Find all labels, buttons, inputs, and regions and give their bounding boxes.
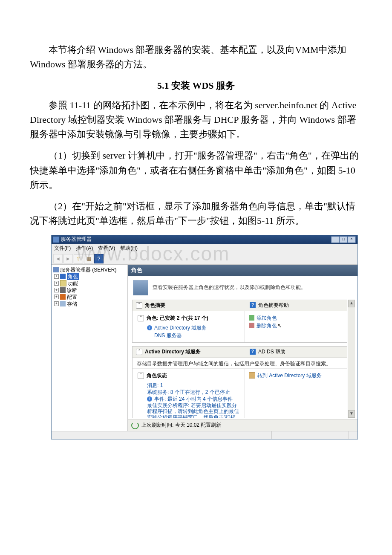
roles-large-icon <box>133 280 148 295</box>
bpa-link[interactable]: 最佳实践分析程序: 若要启动最佳实践分析程序扫描，请转到此角色主页上的最佳实践分… <box>147 402 239 418</box>
step-1-paragraph: （1）切换到 server 计算机中，打开"服务器管理器"，右击"角色"，在弹出… <box>30 148 362 192</box>
tree-item-roles[interactable]: + 角色 <box>54 273 126 280</box>
menu-bar: 文件(F) 操作(A) 查看(V) 帮助(H) <box>52 244 357 253</box>
last-refresh-label[interactable]: 上次刷新时间: 今天 10:02 配置刷新 <box>141 422 221 429</box>
tree-item-diagnostics[interactable]: + 诊断 <box>54 287 126 294</box>
goto-adds-link[interactable]: 转到 Active Directory 域服务 <box>257 372 322 379</box>
services-link[interactable]: 系统服务: 8 个正在运行，2 个已停止 <box>147 389 230 395</box>
tree-root[interactable]: 服务器管理器 (SERVER) <box>53 266 126 273</box>
collapse-icon[interactable]: ˄ <box>136 302 142 309</box>
expand-icon[interactable]: + <box>54 301 59 306</box>
expand-icon[interactable]: + <box>54 274 59 279</box>
expand-icon[interactable]: + <box>54 288 59 292</box>
close-button[interactable]: × <box>347 236 356 243</box>
collapse-icon[interactable]: ˄ <box>138 373 144 379</box>
maximize-button[interactable]: □ <box>339 236 348 243</box>
role-dns-link[interactable]: DNS 服务器 <box>154 332 182 339</box>
collapse-icon[interactable]: ˄ <box>138 315 144 321</box>
events-link[interactable]: 事件: 最近 24 小时内 4 个信息事件 <box>154 396 233 402</box>
figure-5-10: www.bdocx.com 服务器管理器 _ □ × 文件(F) 操作(A) 查… <box>30 235 362 439</box>
adds-panel: ˄ Active Directory 域服务 ? AD DS 帮助 存储目录数据… <box>132 346 347 418</box>
intro-paragraph: 本节将介绍 Windows 部署服务器的安装、基本配置，以及向VMM中添加 Wi… <box>30 43 362 72</box>
help-icon: ? <box>250 302 256 308</box>
goto-icon <box>249 372 255 379</box>
section-heading: 5.1 安装 WDS 服务 <box>30 79 362 92</box>
info-icon: i <box>147 325 152 330</box>
properties-button[interactable]: ▦ <box>84 254 93 263</box>
reference-paragraph: 参照 11-11 的网络拓扑图，在本示例中，将在名为 server.heinfo… <box>30 98 362 142</box>
roles-summary-title: 角色摘要 <box>145 302 165 309</box>
storage-icon <box>60 301 66 306</box>
adds-help-link[interactable]: AD DS 帮助 <box>258 348 285 356</box>
nav-back-button[interactable]: ◄ <box>53 254 63 263</box>
diagnostics-icon <box>60 287 66 293</box>
features-icon <box>60 280 66 286</box>
roles-summary-panel: ˄ 角色摘要 ? 角色摘要帮助 <box>132 300 347 343</box>
remove-role-link[interactable]: 删除角色 <box>257 322 277 329</box>
server-manager-window: www.bdocx.com 服务器管理器 _ □ × 文件(F) 操作(A) 查… <box>51 235 358 439</box>
menu-view[interactable]: 查看(V) <box>98 245 115 252</box>
role-status-title: 角色状态 <box>147 372 167 379</box>
help-button[interactable]: ? <box>94 254 104 263</box>
minimize-button[interactable]: _ <box>331 236 340 243</box>
messages-link[interactable]: 消息: 1 <box>147 382 163 388</box>
menu-action[interactable]: 操作(A) <box>76 245 93 252</box>
toolbar: ◄ ► ⇧ ▦ ? <box>52 253 357 265</box>
tree-item-storage[interactable]: + 存储 <box>54 301 126 307</box>
up-folder-button[interactable]: ⇧ <box>74 254 83 263</box>
status-bar: 上次刷新时间: 今天 10:02 配置刷新 <box>128 419 357 431</box>
content-pane: 角色 查看安装在服务器上角色的运行状况，以及添加或删除角色和功能。 ▲ ▼ <box>128 265 357 431</box>
scroll-up-icon[interactable]: ▲ <box>348 300 355 307</box>
roles-summary-help-link[interactable]: 角色摘要帮助 <box>258 302 289 309</box>
collapse-icon[interactable]: ˄ <box>136 349 142 355</box>
adds-description: 存储目录数据并管理用户与域之间的通信，包括用户登录处理、身份验证和目录搜索。 <box>133 358 347 368</box>
help-icon: ? <box>250 349 256 355</box>
content-header: 角色 <box>128 265 357 276</box>
role-adds-link[interactable]: Active Directory 域服务 <box>154 324 207 331</box>
vertical-scrollbar[interactable]: ▲ ▼ <box>348 300 355 418</box>
cursor-icon: ↖ <box>277 323 282 329</box>
step-2-paragraph: （2）在"开始之前"对话框，显示了添加服务器角色向导信息，单击"默认情况下将跳过… <box>30 199 362 228</box>
scroll-down-icon[interactable]: ▼ <box>348 410 355 418</box>
expand-icon[interactable]: + <box>54 295 59 299</box>
adds-title: Active Directory 域服务 <box>145 348 201 356</box>
configuration-icon <box>60 294 66 300</box>
app-icon <box>53 237 59 243</box>
menu-file[interactable]: 文件(F) <box>54 245 71 252</box>
server-icon <box>53 267 59 272</box>
content-subtitle: 查看安装在服务器上角色的运行状况，以及添加或删除角色和功能。 <box>153 284 306 291</box>
refresh-icon <box>131 422 139 429</box>
navigation-tree[interactable]: 服务器管理器 (SERVER) + 角色 + 功能 + <box>52 265 128 431</box>
installed-roles-label: 角色: 已安装 2 个(共 17 个) <box>147 315 208 322</box>
nav-forward-button[interactable]: ► <box>63 254 73 263</box>
expand-icon[interactable]: + <box>54 281 59 286</box>
window-titlebar: 服务器管理器 _ □ × <box>52 235 357 244</box>
tree-item-features[interactable]: + 功能 <box>54 280 126 287</box>
window-title: 服务器管理器 <box>61 236 92 243</box>
menu-help[interactable]: 帮助(H) <box>120 245 138 252</box>
add-role-link[interactable]: 添加角色 <box>257 315 277 321</box>
remove-role-icon <box>249 323 254 328</box>
roles-icon <box>60 274 66 279</box>
tree-item-configuration[interactable]: + 配置 <box>54 294 126 301</box>
add-role-icon <box>249 315 254 321</box>
info-icon: i <box>147 396 152 402</box>
